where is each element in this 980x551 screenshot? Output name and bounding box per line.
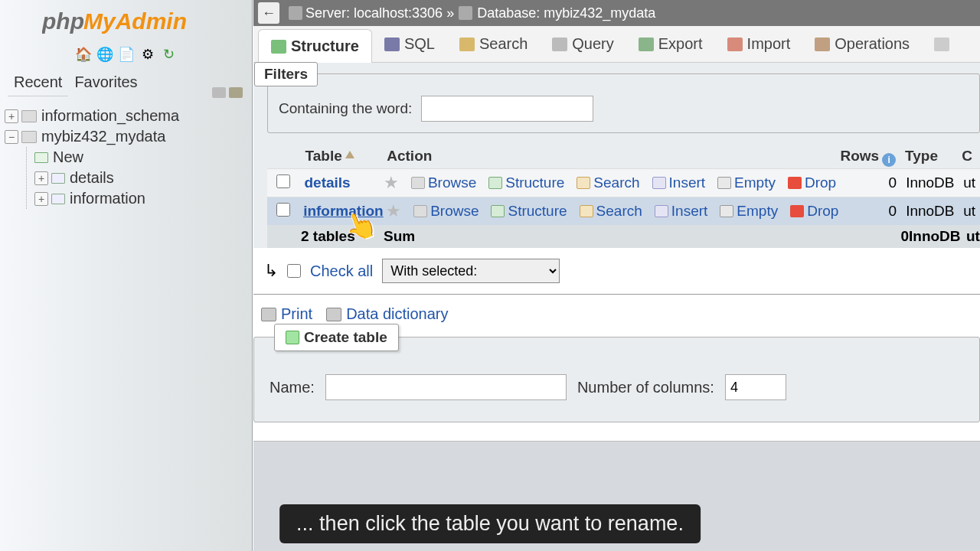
action-insert[interactable]: Insert bbox=[652, 174, 706, 191]
create-table-legend: Create table bbox=[274, 324, 399, 351]
tree-item-label: mybiz432_mydata bbox=[41, 128, 165, 145]
table-name-link[interactable]: details bbox=[304, 174, 350, 191]
action-drop[interactable]: Drop bbox=[790, 203, 838, 220]
col-table[interactable]: Table bbox=[305, 148, 342, 164]
favorite-star-icon[interactable]: ★ bbox=[384, 173, 399, 193]
expand-icon[interactable]: + bbox=[34, 192, 48, 206]
tab-label: Operations bbox=[835, 35, 910, 53]
new-table-icon bbox=[34, 152, 48, 163]
filters-box: Filters Containing the word: bbox=[267, 73, 980, 133]
sidebar-collapse-controls bbox=[212, 87, 243, 98]
row-collation: ut bbox=[959, 171, 980, 195]
create-table-name-input[interactable] bbox=[325, 374, 567, 400]
action-structure[interactable]: Structure bbox=[488, 174, 564, 191]
insert-icon bbox=[652, 177, 666, 189]
collapse-icon[interactable]: − bbox=[5, 130, 18, 144]
svg-text:MyAdmin: MyAdmin bbox=[83, 8, 187, 34]
tab-label: SQL bbox=[404, 35, 435, 53]
gear-icon[interactable]: ⚙ bbox=[139, 46, 156, 63]
check-all-row: ↳ Check all With selected: bbox=[253, 248, 980, 295]
action-browse[interactable]: Browse bbox=[413, 203, 479, 220]
table-name-link[interactable]: information bbox=[303, 203, 384, 219]
collapse-toggle-icon[interactable] bbox=[212, 87, 226, 98]
tab-more[interactable] bbox=[922, 26, 962, 62]
action-search[interactable]: Search bbox=[580, 203, 642, 220]
row-type: InnoDB bbox=[901, 199, 959, 223]
search-icon bbox=[459, 37, 475, 51]
col-type[interactable]: Type bbox=[900, 144, 957, 168]
doc-icon[interactable]: 📄 bbox=[118, 46, 135, 63]
col-collation[interactable]: C bbox=[957, 144, 980, 168]
tree-table-details[interactable]: + details bbox=[34, 168, 252, 188]
tree-new-table[interactable]: New bbox=[34, 147, 252, 168]
action-search[interactable]: Search bbox=[577, 174, 639, 191]
filter-containing-input[interactable] bbox=[421, 96, 593, 122]
structure-icon bbox=[488, 177, 502, 189]
action-label: Insert bbox=[671, 203, 708, 220]
action-label: Search bbox=[596, 203, 642, 220]
action-empty[interactable]: Empty bbox=[720, 203, 778, 220]
tree-item-label: New bbox=[53, 148, 83, 166]
expand-icon[interactable]: + bbox=[5, 109, 18, 123]
check-all-label[interactable]: Check all bbox=[310, 262, 373, 280]
browse-icon bbox=[411, 177, 425, 189]
tab-favorites[interactable]: Favorites bbox=[68, 72, 143, 96]
sort-asc-icon[interactable] bbox=[345, 151, 356, 160]
content-area: Filters Containing the word: Table Actio… bbox=[253, 63, 980, 248]
tab-operations[interactable]: Operations bbox=[802, 26, 922, 62]
tree-item-label: details bbox=[70, 169, 114, 187]
summary-type: InnoDB bbox=[909, 228, 966, 245]
import-icon bbox=[727, 37, 743, 51]
action-empty[interactable]: Empty bbox=[717, 174, 776, 191]
breadcrumb-server-value[interactable]: localhost:3306 bbox=[354, 5, 443, 21]
tutorial-caption: ... then click the table you want to ren… bbox=[279, 504, 701, 543]
create-table-icon bbox=[286, 331, 299, 344]
action-drop[interactable]: Drop bbox=[788, 174, 836, 191]
breadcrumb-db-label: Database: bbox=[477, 5, 540, 21]
tab-sql[interactable]: SQL bbox=[372, 26, 447, 62]
tab-import[interactable]: Import bbox=[715, 26, 803, 62]
tab-export[interactable]: Export bbox=[626, 26, 715, 62]
tab-query[interactable]: Query bbox=[540, 26, 626, 62]
home-icon[interactable]: 🏠 bbox=[75, 46, 92, 63]
col-action: Action bbox=[382, 144, 832, 168]
row-count: 0 bbox=[835, 171, 901, 195]
tree-table-information[interactable]: + information bbox=[34, 188, 252, 209]
world-icon[interactable]: 🌐 bbox=[96, 46, 113, 63]
row-checkbox[interactable] bbox=[276, 203, 290, 217]
drop-icon bbox=[790, 205, 804, 217]
check-all-checkbox[interactable] bbox=[287, 264, 301, 278]
database-icon bbox=[21, 131, 37, 143]
row-checkbox[interactable] bbox=[276, 174, 290, 188]
reload-icon[interactable]: ↻ bbox=[161, 46, 178, 63]
tab-structure[interactable]: Structure bbox=[258, 29, 372, 63]
action-label: Structure bbox=[505, 174, 564, 191]
nav-back-button[interactable]: ← bbox=[258, 2, 279, 24]
action-structure[interactable]: Structure bbox=[491, 203, 567, 220]
insert-icon bbox=[655, 205, 668, 217]
table-row: details ★ Browse Structure Search Insert… bbox=[267, 168, 980, 197]
breadcrumb-db-value[interactable]: mybiz432_mydata bbox=[544, 5, 655, 21]
print-link[interactable]: Print bbox=[261, 305, 312, 323]
database-icon bbox=[459, 6, 472, 20]
expand-icon[interactable]: + bbox=[34, 171, 48, 185]
link-icon[interactable] bbox=[229, 87, 243, 98]
info-icon[interactable]: i bbox=[882, 153, 896, 167]
tab-label: Query bbox=[572, 35, 613, 53]
table-summary-row: 2 tables Sum 0 InnoDB ut bbox=[267, 225, 980, 248]
action-label: Drop bbox=[807, 203, 838, 220]
action-browse[interactable]: Browse bbox=[411, 174, 476, 191]
action-label: Structure bbox=[508, 203, 567, 220]
data-dictionary-link[interactable]: Data dictionary bbox=[326, 305, 448, 323]
create-table-cols-input[interactable] bbox=[725, 374, 786, 400]
col-rows[interactable]: Rows bbox=[840, 148, 879, 164]
row-count: 0 bbox=[838, 199, 901, 223]
with-selected-dropdown[interactable]: With selected: bbox=[382, 259, 560, 283]
action-insert[interactable]: Insert bbox=[655, 203, 708, 220]
favorite-star-icon[interactable]: ★ bbox=[386, 201, 401, 221]
tree-db-information-schema[interactable]: + information_schema bbox=[5, 106, 252, 126]
browse-icon bbox=[413, 205, 427, 217]
tree-db-mybiz432-mydata[interactable]: − mybiz432_mydata bbox=[5, 126, 252, 147]
tab-search[interactable]: Search bbox=[447, 26, 540, 62]
tab-recent[interactable]: Recent bbox=[8, 72, 68, 96]
